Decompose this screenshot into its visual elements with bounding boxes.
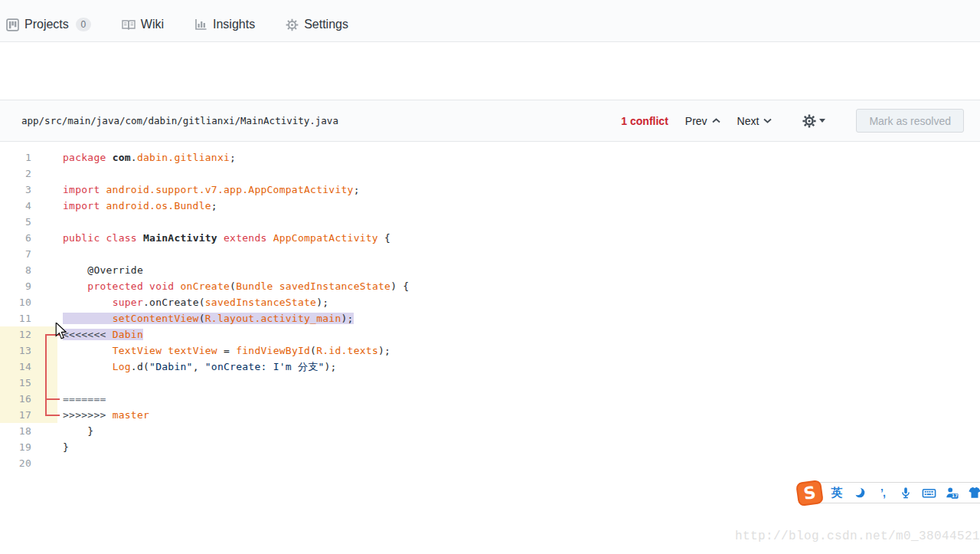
tab-label: Projects [24,18,69,31]
code-content: } [57,423,93,439]
tab-label: Wiki [141,18,164,31]
code-line[interactable]: 8 @Override [0,262,980,278]
code-line[interactable]: 5 [0,214,980,230]
line-number: 7 [0,246,57,262]
code-content: package com.dabin.gitlianxi; [57,149,236,166]
line-number: 19 [0,439,57,455]
tab-label: Settings [304,18,348,31]
code-line[interactable]: 19} [0,439,980,455]
line-number: 10 [0,294,57,310]
code-line[interactable]: 15 [0,375,980,391]
code-content: } [57,439,69,455]
line-number: 3 [0,182,57,198]
code-line[interactable]: 6public class MainActivity extends AppCo… [0,230,980,246]
code-content: Log.d("Dabin", "onCreate: I'm 分支"); [57,359,337,375]
tab-settings[interactable]: Settings [286,18,348,31]
gear-icon [802,114,816,128]
line-number: 11 [0,310,57,326]
half-moon-icon[interactable] [852,485,867,500]
prev-label: Prev [685,115,707,127]
caret-down-icon [819,119,825,123]
code-line[interactable]: 3import android.support.v7.app.AppCompat… [0,182,980,198]
ime-bar: 英 ’, [818,482,980,503]
user-badge-icon[interactable]: 17 [944,485,959,500]
line-number: 2 [0,166,57,182]
chevron-up-icon [712,118,720,123]
code-line[interactable]: 9 protected void onCreate(Bundle savedIn… [0,278,980,294]
selection-highlight: setContentView(R.layout.activity_main); [63,313,354,324]
selection-highlight: <<<<<<< Dabin [63,329,143,340]
code-content [57,455,63,471]
code-content: import android.support.v7.app.AppCompatA… [57,182,360,198]
book-icon [122,19,136,31]
punctuation-icon[interactable]: ’, [875,485,890,500]
line-number: 8 [0,262,57,278]
code-content [57,214,63,230]
code-line[interactable]: 14 Log.d("Dabin", "onCreate: I'm 分支"); [0,359,980,375]
next-label: Next [737,115,760,127]
line-number: 15 [0,375,57,391]
code-content: protected void onCreate(Bundle savedInst… [57,278,409,294]
sogou-logo-icon[interactable]: S [795,479,824,506]
line-number: 20 [0,455,57,471]
code-line[interactable]: 4import android.os.Bundle; [0,198,980,214]
conflict-bracket-tick-divider [46,398,60,400]
code-content: super.onCreate(savedInstanceState); [57,294,328,310]
soft-keyboard-icon[interactable] [921,485,936,500]
tab-insights[interactable]: Insights [194,18,255,31]
file-path: app/src/main/java/com/dabin/gitlianxi/Ma… [21,115,338,126]
code-lines: 1package com.dabin.gitlianxi;23import an… [0,149,980,471]
ime-toolbar: S 英 ’, [797,480,980,506]
chinese-english-toggle-icon[interactable]: 英 [829,485,844,500]
code-content: ======= [57,391,106,407]
line-number: 4 [0,198,57,214]
code-content: >>>>>>> master [57,407,149,423]
code-content: import android.os.Bundle; [57,198,217,214]
code-line[interactable]: 18 } [0,423,980,439]
line-number: 13 [0,343,57,359]
code-content: setContentView(R.layout.activity_main); [57,310,354,326]
repo-tab-bar: Projects 0 Wiki Insights [0,0,980,42]
code-content: public class MainActivity extends AppCom… [57,230,390,246]
line-number: 14 [0,359,57,375]
code-line[interactable]: 17>>>>>>> master [0,407,980,423]
line-number: 9 [0,278,57,294]
line-number: 5 [0,214,57,230]
code-line[interactable]: 20 [0,455,980,471]
gear-icon [286,18,299,31]
conflict-controls: 1 conflict Prev Next [621,109,964,133]
microphone-icon[interactable] [898,485,913,500]
code-line[interactable]: 12<<<<<<< Dabin [0,326,980,343]
conflict-bracket-tick-theirs [46,415,60,416]
line-number: 18 [0,423,57,439]
conflict-toolbar: app/src/main/java/com/dabin/gitlianxi/Ma… [0,100,980,142]
conflict-bracket-line [45,334,47,416]
code-line[interactable]: 7 [0,246,980,262]
code-content: TextView textView = findViewById(R.id.te… [57,343,390,359]
tab-wiki[interactable]: Wiki [122,18,164,31]
mouse-cursor-icon [54,323,67,339]
code-line[interactable]: 16======= [0,391,980,407]
code-line[interactable]: 1package com.dabin.gitlianxi; [0,149,980,166]
code-line[interactable]: 13 TextView textView = findViewById(R.id… [0,343,980,359]
code-line[interactable]: 2 [0,166,980,182]
code-line[interactable]: 11 setContentView(R.layout.activity_main… [0,310,980,326]
tab-projects[interactable]: Projects 0 [6,18,91,31]
code-line[interactable]: 10 super.onCreate(savedInstanceState); [0,294,980,310]
graph-icon [194,18,207,31]
code-content: <<<<<<< Dabin [57,326,143,343]
project-board-icon [6,18,19,31]
skin-shirt-icon[interactable] [967,485,980,500]
watermark-url: http://blog.csdn.net/m0_38044521 [735,529,980,543]
line-number: 6 [0,230,57,246]
editor-settings-dropdown[interactable] [802,114,825,128]
next-conflict-button[interactable]: Next [737,115,773,127]
mark-as-resolved-button[interactable]: Mark as resolved [856,109,964,133]
chevron-down-icon [763,118,772,123]
code-content [57,375,63,391]
line-number: 1 [0,149,57,166]
prev-conflict-button[interactable]: Prev [685,115,720,127]
svg-text:17: 17 [952,493,958,498]
page: Projects 0 Wiki Insights [0,0,980,554]
code-content [57,246,63,262]
